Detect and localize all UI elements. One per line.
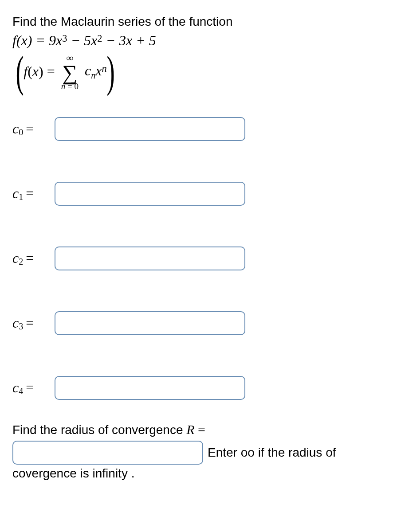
function-expression: f(x) = 9x3 − 5x2 − 3x + 5 (12, 32, 389, 49)
coefficient-label-c4: c4= (12, 379, 55, 396)
right-paren-icon: ) (106, 59, 114, 85)
radius-input[interactable] (12, 441, 203, 465)
coefficient-row: c1= (12, 182, 389, 206)
roc-hint-part1: Enter oo if the radius of (208, 446, 336, 460)
coefficient-label-c0: c0= (12, 121, 55, 137)
roc-input-line: Enter oo if the radius of (12, 441, 389, 465)
roc-hint-part2: covergence is infinity . (12, 466, 389, 481)
roc-prompt: Find the radius of convergence R = (12, 422, 389, 437)
coefficient-row: c3= (12, 311, 389, 335)
series-definition: ( f(x) = ∞ ∑ n = 0 cnxn ) (12, 53, 389, 90)
c0-input[interactable] (55, 117, 245, 141)
c2-input[interactable] (55, 246, 245, 270)
coefficient-row: c2= (12, 246, 389, 270)
coefficient-row: c0= (12, 117, 389, 141)
c1-input[interactable] (55, 182, 245, 206)
coefficient-row: c4= (12, 376, 389, 400)
sigma-icon: ∞ ∑ n = 0 (61, 53, 79, 90)
coefficient-label-c2: c2= (12, 250, 55, 267)
coefficient-label-c1: c1= (12, 185, 55, 202)
left-paren-icon: ( (16, 59, 24, 85)
prompt-text: Find the Maclaurin series of the functio… (12, 13, 389, 30)
c4-input[interactable] (55, 376, 245, 400)
c3-input[interactable] (55, 311, 245, 335)
coefficient-label-c3: c3= (12, 315, 55, 332)
